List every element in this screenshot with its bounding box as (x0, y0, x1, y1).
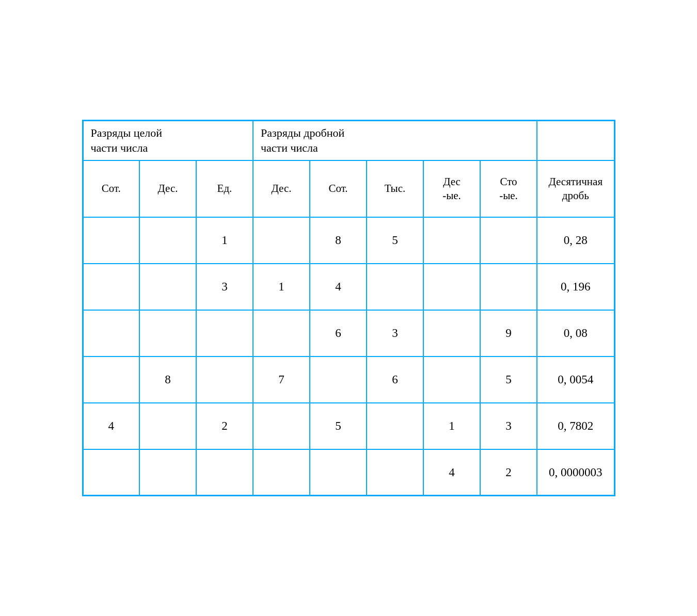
cell (423, 356, 480, 403)
header-decimal-fraction-empty (537, 120, 614, 160)
cell (139, 310, 196, 356)
table-row: 1 8 5 0, 28 (83, 217, 614, 264)
cell: 0, 08 (537, 310, 614, 356)
cell (83, 449, 139, 496)
main-table: Разряды целойчасти числа Разряды дробной… (82, 120, 615, 497)
cell: 0, 0000003 (537, 449, 614, 496)
cell (480, 217, 537, 264)
header-group-row: Разряды целойчасти числа Разряды дробной… (83, 120, 614, 160)
cell (480, 264, 537, 310)
table-body: 1 8 5 0, 28 3 1 4 0, 196 (83, 217, 614, 496)
header-fractional-part: Разряды дробнойчасти числа (253, 120, 537, 160)
table-row: 6 3 9 0, 08 (83, 310, 614, 356)
col-decimal: Десятичнаядробь (537, 160, 614, 217)
cell: 2 (480, 449, 537, 496)
cell: 9 (480, 310, 537, 356)
cell: 1 (423, 403, 480, 449)
cell (196, 449, 253, 496)
cell: 1 (253, 264, 310, 310)
col-sot-frac: Сот. (310, 160, 367, 217)
col-des-int: Дес. (139, 160, 196, 217)
table-row: 4 2 0, 0000003 (83, 449, 614, 496)
cell: 4 (423, 449, 480, 496)
table-row: 3 1 4 0, 196 (83, 264, 614, 310)
cell (196, 356, 253, 403)
cell: 0, 0054 (537, 356, 614, 403)
col-des-ye: Дес-ые. (423, 160, 480, 217)
cell (253, 403, 310, 449)
col-sto-ye: Сто-ые. (480, 160, 537, 217)
cell: 4 (83, 403, 139, 449)
cell: 3 (196, 264, 253, 310)
cell: 3 (480, 403, 537, 449)
cell: 8 (139, 356, 196, 403)
cell (83, 356, 139, 403)
cell: 3 (367, 310, 423, 356)
cell (253, 310, 310, 356)
cell: 6 (310, 310, 367, 356)
cell (83, 264, 139, 310)
cell: 5 (480, 356, 537, 403)
cell (253, 449, 310, 496)
col-ed-int: Ед. (196, 160, 253, 217)
cell: 6 (367, 356, 423, 403)
cell (423, 264, 480, 310)
cell (139, 403, 196, 449)
cell: 8 (310, 217, 367, 264)
col-sot-int: Сот. (83, 160, 139, 217)
cell (139, 449, 196, 496)
cell: 0, 7802 (537, 403, 614, 449)
cell (423, 217, 480, 264)
header-integer-part: Разряды целойчасти числа (83, 120, 253, 160)
cell: 5 (367, 217, 423, 264)
cell (367, 403, 423, 449)
cell (310, 449, 367, 496)
cell: 5 (310, 403, 367, 449)
cell (83, 310, 139, 356)
cell: 0, 28 (537, 217, 614, 264)
cell (139, 217, 196, 264)
cell (196, 310, 253, 356)
cell (139, 264, 196, 310)
col-tys-frac: Тыс. (367, 160, 423, 217)
table-row: 8 7 6 5 0, 0054 (83, 356, 614, 403)
table-row: 4 2 5 1 3 0, 7802 (83, 403, 614, 449)
column-header-row: Сот. Дес. Ед. Дес. Сот. Тыс. Дес-ые. Сто… (83, 160, 614, 217)
cell: 1 (196, 217, 253, 264)
cell (310, 356, 367, 403)
cell (423, 310, 480, 356)
cell: 0, 196 (537, 264, 614, 310)
cell (367, 264, 423, 310)
col-des-frac: Дес. (253, 160, 310, 217)
cell (83, 217, 139, 264)
cell: 4 (310, 264, 367, 310)
cell: 7 (253, 356, 310, 403)
cell (367, 449, 423, 496)
table-wrapper: Разряды целойчасти числа Разряды дробной… (82, 120, 615, 497)
cell (253, 217, 310, 264)
cell: 2 (196, 403, 253, 449)
